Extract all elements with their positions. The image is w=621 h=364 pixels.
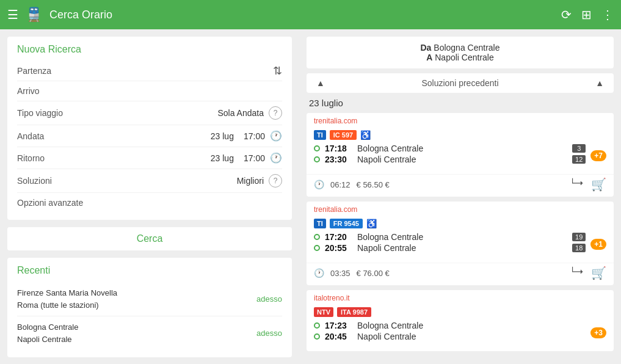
departure-row: Partenza ⇅ <box>17 61 282 81</box>
price-1: € 76.00 € <box>357 269 390 278</box>
tipo-viaggio-info-icon[interactable]: ? <box>269 106 282 120</box>
andata-clock-icon[interactable]: 🕐 <box>270 130 282 142</box>
dep-station-2: Bologna Centrale <box>357 321 423 330</box>
dep-station-1: Bologna Centrale <box>357 232 423 242</box>
solutions-header[interactable]: ▲ Soluzioni precedenti ▲ <box>307 73 614 93</box>
tipo-viaggio-label: Tipo viaggio <box>17 108 217 118</box>
provider-2: italotreno.it <box>307 290 614 304</box>
badge-ita-2: ITA 9987 <box>337 307 371 317</box>
arr-station-2: Napoli Centrale <box>357 332 416 341</box>
opzioni-row[interactable]: Opzioni avanzate <box>17 193 282 213</box>
from-station: Bologna Centrale <box>434 43 499 53</box>
search-button[interactable]: Cerca <box>7 227 292 250</box>
badge-ntv-2: NTV <box>314 307 333 317</box>
changes-col-2: +3 <box>586 321 606 345</box>
search-card: Cerca <box>7 227 292 250</box>
accessible-icon-1: ♿ <box>366 219 377 228</box>
app-bar: ☰ 🚆 Cerca Orario ⟳ ⊞ ⋮ <box>0 0 621 29</box>
price-0: € 56.50 € <box>357 180 390 189</box>
clock-icon-0: 🕐 <box>314 180 324 189</box>
arr-station-0: Napoli Centrale <box>357 155 416 164</box>
andata-time: 17:00 <box>244 131 265 141</box>
soluzioni-label: Soluzioni <box>17 176 237 186</box>
share-icon-0[interactable]: ⮡ <box>572 177 584 192</box>
badge-train-1: FR 9545 <box>330 219 363 228</box>
recent-time-0: adesso <box>256 294 282 304</box>
opzioni-label: Opzioni avanzate <box>17 198 282 208</box>
ritorno-date: 23 lug <box>211 153 234 163</box>
dep-count-0: 3 <box>572 144 586 153</box>
arr-time-1: 20:55 <box>325 243 352 253</box>
recent-item-0[interactable]: Firenze Santa Maria Novella Roma (tutte … <box>17 282 282 316</box>
dep-dot-2 <box>314 322 320 329</box>
date-label: 23 luglio <box>307 98 614 108</box>
result-card-2: italotreno.it NTV ITA 9987 17:23 Bologna… <box>307 290 614 351</box>
ritorno-time: 17:00 <box>244 153 265 163</box>
stop-dep-0: 17:18 Bologna Centrale 3 <box>314 144 586 153</box>
badge-ti-0: TI <box>314 130 326 140</box>
result-footer-0: 🕐 06:12 € 56.50 € ⮡ 🛒 <box>307 174 614 197</box>
duration-0: 06:12 <box>330 180 350 189</box>
cart-icon-0[interactable]: 🛒 <box>591 177 606 192</box>
arr-count-1: 18 <box>572 244 586 252</box>
app-bar-left: ☰ 🚆 Cerca Orario <box>7 7 112 23</box>
ritorno-clock-icon[interactable]: 🕐 <box>270 152 282 164</box>
dep-dot-1 <box>314 234 320 240</box>
andata-row: Andata 23 lug 17:00 🕐 <box>17 125 282 147</box>
recent-station-0: Firenze Santa Maria Novella Roma (tutte … <box>17 287 117 311</box>
footer-actions-1: ⮡ 🛒 <box>572 266 606 280</box>
chevron-up-left-icon: ▲ <box>316 78 325 88</box>
tipo-viaggio-row: Tipo viaggio Sola Andata ? <box>17 101 282 125</box>
result-body-1: TI FR 9545 ♿ 17:20 Bologna Centrale 19 <box>307 215 614 263</box>
swap-button[interactable]: ⇅ <box>273 64 282 78</box>
arr-count-0: 12 <box>572 155 586 164</box>
result-body-0: TI IC 597 ♿ 17:18 Bologna Centrale 3 <box>307 126 614 174</box>
result-card-0: trenitalia.com TI IC 597 ♿ 17:18 Bologna… <box>307 113 614 197</box>
arr-dot-0 <box>314 156 320 162</box>
result-footer-1: 🕐 03:35 € 76.00 € ⮡ 🛒 <box>307 263 614 285</box>
dep-time-2: 17:23 <box>325 321 352 330</box>
ritorno-row: Ritorno 23 lug 17:00 🕐 <box>17 147 282 169</box>
ritorno-label: Ritorno <box>17 153 211 163</box>
badge-ti-1: TI <box>314 219 326 228</box>
from-label: Da <box>421 43 432 53</box>
accessible-icon-0: ♿ <box>360 130 371 140</box>
recent-item-1[interactable]: Bologna Centrale Napoli Centrale adesso <box>17 316 282 350</box>
more-icon[interactable]: ⋮ <box>601 7 614 22</box>
soluzioni-row: Soluzioni Migliori ? <box>17 169 282 193</box>
dep-station-0: Bologna Centrale <box>357 144 423 153</box>
result-card-1: trenitalia.com TI FR 9545 ♿ 17:20 Bologn… <box>307 202 614 285</box>
cart-icon-1[interactable]: 🛒 <box>591 266 606 280</box>
arr-time-0: 23:30 <box>325 155 352 164</box>
recent-station-1: Bologna Centrale Napoli Centrale <box>17 321 78 345</box>
to-label: A <box>426 53 432 62</box>
changes-col-1: +1 <box>586 232 606 257</box>
new-search-title: Nuova Ricerca <box>17 44 282 55</box>
menu-icon[interactable]: ☰ <box>7 7 18 22</box>
train-badges-2: NTV ITA 9987 <box>314 307 606 317</box>
stop-arr-1: 20:55 Napoli Centrale 18 <box>314 243 586 253</box>
footer-actions-0: ⮡ 🛒 <box>572 177 606 192</box>
train-badges-1: TI FR 9545 ♿ <box>314 219 606 228</box>
duration-1: 03:35 <box>330 269 350 278</box>
save-icon[interactable]: ⊞ <box>581 7 592 22</box>
andata-label: Andata <box>17 131 211 141</box>
right-panel: Da Bologna Centrale A Napoli Centrale ▲ … <box>299 29 621 364</box>
changes-2: +3 <box>590 327 606 338</box>
recenti-title: Recenti <box>17 265 282 276</box>
soluzioni-info-icon[interactable]: ? <box>269 174 282 187</box>
refresh-icon[interactable]: ⟳ <box>561 7 572 22</box>
badge-train-0: IC 597 <box>330 130 357 140</box>
share-icon-1[interactable]: ⮡ <box>572 266 584 280</box>
stop-arr-2: 20:45 Napoli Centrale <box>314 332 586 341</box>
stop-dep-1: 17:20 Bologna Centrale 19 <box>314 232 586 242</box>
arr-dot-2 <box>314 333 320 340</box>
stops-row-0: 17:18 Bologna Centrale 3 23:30 Napoli Ce… <box>314 144 586 164</box>
main-layout: Nuova Ricerca Partenza ⇅ Arrivo Tipo via… <box>0 29 621 364</box>
stops-row-2: 17:23 Bologna Centrale 20:45 Napoli Cent… <box>314 321 586 341</box>
changes-col-0: +7 <box>586 144 606 168</box>
andata-date: 23 lug <box>211 131 234 141</box>
dep-time-1: 17:20 <box>325 232 352 242</box>
stop-dep-2: 17:23 Bologna Centrale <box>314 321 586 330</box>
recenti-card: Recenti Firenze Santa Maria Novella Roma… <box>7 258 292 357</box>
